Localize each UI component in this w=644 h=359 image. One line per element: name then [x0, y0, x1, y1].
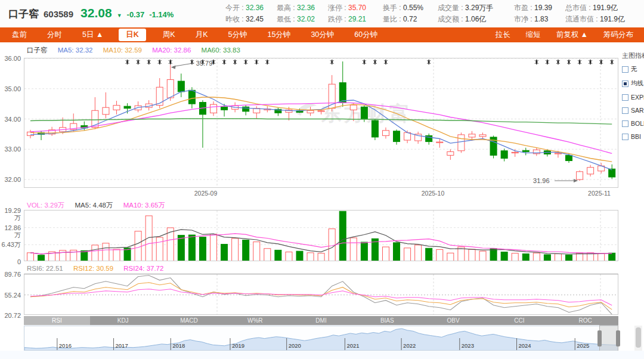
indicator-option-BOLL[interactable]: BOLL — [622, 120, 644, 127]
vol-ytick-0: 0 — [0, 258, 21, 265]
rsi-chart-canvas[interactable] — [24, 274, 618, 315]
checkbox-icon[interactable] — [622, 120, 628, 127]
checkbox-icon[interactable] — [622, 94, 628, 101]
navigator-left-handle[interactable] — [597, 330, 602, 346]
tab-daily-k[interactable]: 日K — [119, 29, 146, 41]
tool-forward-adjust[interactable]: 前复权 ▲ — [556, 30, 588, 40]
stat-10: 市盈 : 19.39 — [514, 3, 565, 13]
stat-separator: : — [594, 15, 600, 23]
checkbox-icon[interactable] — [622, 66, 628, 73]
indicator-panel-title: 主图指标 — [622, 51, 644, 60]
navigator-year-2017: 2017 — [116, 342, 128, 349]
indicator-option-label: 均线 — [631, 79, 643, 88]
stat-separator: : — [397, 15, 403, 23]
main-xlabel-2025-10: 2025-10 — [412, 190, 454, 197]
stat-9: 成交额 : 1.06亿 — [438, 14, 514, 24]
stock-title-block: 口子窖 603589 32.08 ▼ -0.37 -1.14% — [8, 6, 174, 21]
indicator-tab-W%R[interactable]: W%R — [222, 316, 288, 325]
indicator-option-BBI[interactable]: BBI — [622, 133, 644, 140]
indicator-option-label: SAR — [631, 107, 644, 114]
stat-separator: : — [528, 15, 534, 23]
stat-label: 量比 — [383, 15, 397, 23]
stat-separator: : — [291, 4, 297, 12]
rsi-ytick-89.76: 89.76 — [0, 271, 21, 278]
volume-chart-canvas[interactable] — [24, 210, 618, 261]
stats-grid: 今开 : 32.36昨收 : 32.45最高 : 32.36最低 : 32.02… — [225, 3, 644, 24]
indicator-option-SAR[interactable]: SAR — [622, 107, 644, 114]
chart-area: 口子窖 MA5: 32.32 MA10: 32.59 MA20: 32.86 M… — [0, 42, 644, 359]
stat-value: 32.02 — [297, 15, 315, 23]
svg-text:35.79: 35.79 — [196, 60, 213, 67]
stat-13: 流通市值 : 191.9亿 — [565, 14, 644, 24]
indicator-option-无[interactable]: 无 — [622, 65, 644, 73]
tab-pre-market[interactable]: 盘前 — [12, 30, 27, 40]
navigator-year-2022: 2022 — [403, 342, 416, 349]
legend-ma5: MA5: 32.32 — [58, 47, 93, 54]
tool-shrink[interactable]: 缩短 — [526, 30, 541, 40]
indicator-tab-bar: RSIKDJMACDW%RDMIBIASOBVCCIROC — [24, 316, 618, 325]
stat-6: 换手 : 0.55% — [383, 3, 438, 13]
indicator-option-均线[interactable]: 均线 — [622, 79, 644, 88]
navigator-year-2025: 2025 — [577, 342, 589, 349]
candlestick-chart-canvas[interactable]: 东方财富35.7931.96 — [24, 58, 618, 188]
stat-label: 涨停 — [328, 4, 342, 12]
tab-5min[interactable]: 5分钟 — [228, 30, 247, 40]
navigator-year-2024: 2024 — [519, 342, 531, 349]
indicator-option-label: BBI — [631, 133, 641, 140]
tab-weekly-k[interactable]: 周K — [163, 30, 175, 40]
indicator-option-EXPMA[interactable]: EXPMA — [622, 94, 644, 101]
legend-ma20: MA20: 32.86 — [152, 47, 191, 54]
legend-stock-name: 口子窖 — [27, 47, 48, 54]
indicator-tab-OBV[interactable]: OBV — [420, 316, 487, 325]
timeline-navigator-canvas[interactable]: 2016201720182019202020212022202320242025 — [24, 326, 618, 351]
stat-column: 涨停 : 35.70跌停 : 29.21 — [328, 3, 383, 24]
tab-monthly-k[interactable]: 月K — [196, 30, 208, 40]
navbar-tools: 拉长缩短前复权 ▲筹码分布 — [496, 30, 644, 40]
checkbox-icon[interactable] — [622, 107, 628, 114]
tab-5day[interactable]: 5日 ▲ — [82, 30, 103, 40]
stat-value: 1.06亿 — [465, 15, 486, 23]
stat-separator: : — [342, 15, 348, 23]
indicator-tab-DMI[interactable]: DMI — [288, 316, 354, 325]
indicator-tab-BIAS[interactable]: BIAS — [354, 316, 420, 325]
stock-price: 32.08 — [80, 6, 112, 20]
stat-label: 最低 — [277, 15, 291, 23]
checkbox-icon[interactable] — [622, 81, 628, 87]
stat-value: 1.83 — [534, 15, 548, 23]
stat-12: 总市值 : 191.9亿 — [565, 3, 644, 13]
tab-30min[interactable]: 30分钟 — [311, 30, 334, 40]
stat-separator: : — [528, 4, 534, 12]
stat-value: 32.45 — [246, 15, 264, 23]
navigator-year-2023: 2023 — [462, 342, 474, 349]
navigator-right-handle[interactable] — [616, 330, 620, 346]
tab-intraday[interactable]: 分时 — [47, 30, 62, 40]
tool-chip-distribution[interactable]: 筹码分布 — [603, 30, 633, 40]
tab-15min[interactable]: 15分钟 — [267, 30, 290, 40]
tool-stretch[interactable]: 拉长 — [496, 30, 510, 40]
scrollbar-thumb[interactable] — [636, 327, 641, 348]
price-change-pct: -1.14% — [149, 10, 174, 19]
checkbox-icon[interactable] — [622, 134, 628, 140]
indicator-tab-CCI[interactable]: CCI — [486, 316, 552, 325]
main-chart-legend: 口子窖 MA5: 32.32 MA10: 32.59 MA20: 32.86 M… — [27, 46, 249, 55]
navigator-year-2019: 2019 — [232, 342, 244, 349]
indicator-tab-RSI[interactable]: RSI — [24, 316, 90, 325]
stat-value: 32.36 — [297, 4, 315, 12]
stat-separator: : — [459, 4, 465, 12]
main-xlabel-2025-11: 2025-11 — [578, 190, 620, 197]
indicator-checkbox-list: 无均线EXPMASARBOLLBBI — [622, 65, 644, 140]
volume-legend: VOL: 3.29万 MA5: 4.48万 MA10: 3.65万 — [27, 201, 174, 210]
tab-60min[interactable]: 60分钟 — [354, 30, 377, 40]
stat-separator: : — [342, 4, 348, 12]
main-ytick-32.00: 32.00 — [0, 176, 21, 183]
indicator-tab-MACD[interactable]: MACD — [156, 316, 222, 325]
navigator-selection-window[interactable] — [599, 325, 618, 351]
stock-chart-app: 口子窖 603589 32.08 ▼ -0.37 -1.14% 今开 : 32.… — [0, 0, 644, 359]
stock-name: 口子窖 — [8, 7, 39, 21]
stat-separator: : — [397, 4, 403, 12]
stat-value: 3.29万手 — [465, 4, 493, 12]
indicator-tab-ROC[interactable]: ROC — [552, 316, 618, 325]
stat-label: 成交额 — [438, 15, 459, 23]
indicator-tab-KDJ[interactable]: KDJ — [90, 316, 156, 325]
indicator-option-label: BOLL — [631, 120, 644, 127]
